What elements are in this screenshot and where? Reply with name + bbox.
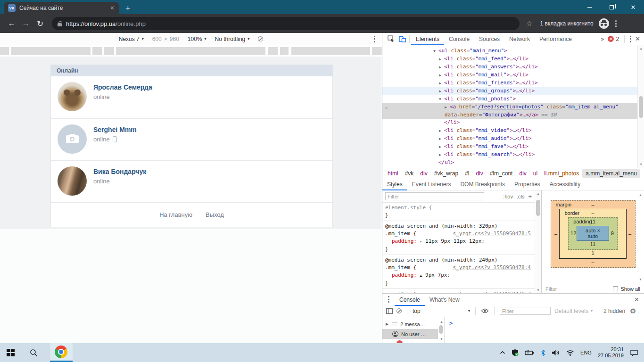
rule-selector-line[interactable]: .mm_item {s_yzgt.css?v=1558950478:5 (385, 230, 532, 238)
browser-tab[interactable]: VK Сейчас на сайте ✕ (4, 2, 119, 14)
menu-item-placeholder[interactable] (268, 47, 278, 55)
viewport-height[interactable]: 960 (170, 36, 179, 42)
wifi-icon[interactable] (566, 350, 574, 356)
border-left-value[interactable]: – (561, 230, 568, 236)
viewport-size[interactable]: 600×960 (152, 36, 179, 42)
console-filter-input[interactable] (500, 307, 551, 315)
scroll-up-icon[interactable]: ▲ (639, 193, 642, 197)
tab-network[interactable]: Network (504, 33, 535, 45)
avatar[interactable] (58, 166, 87, 196)
user-row[interactable]: Ярослав Семердаonline (51, 76, 332, 118)
bookmark-star-icon[interactable]: ☆ (526, 19, 532, 28)
expand-arrow-icon[interactable]: ▶ (439, 56, 444, 63)
menu-item-placeholder[interactable] (11, 47, 91, 55)
dom-tree-node[interactable]: ▼<li class="mmi_photos"> (382, 95, 644, 103)
start-button[interactable] (7, 349, 15, 357)
scroll-up-icon[interactable]: ▲ (438, 320, 445, 323)
power-battery-icon[interactable] (525, 350, 535, 356)
margin-right-value[interactable]: – (627, 231, 634, 237)
padding-left-value[interactable]: 12 (570, 230, 577, 236)
new-style-rule-button[interactable]: + (528, 193, 532, 200)
breadcrumb-item[interactable]: html (384, 169, 402, 178)
styles-scrollbar[interactable]: ▲ ▼ (535, 190, 541, 293)
breadcrumb-item[interactable]: div (472, 169, 486, 178)
expand-arrow-icon[interactable]: ▶ (439, 88, 444, 95)
scroll-down-icon[interactable]: ▼ (638, 163, 644, 166)
error-counter[interactable]: ✕ 2 (608, 36, 619, 42)
menu-item-placeholder[interactable] (280, 47, 289, 55)
collapse-arrow-icon[interactable]: ▼ (439, 96, 444, 103)
taskbar-clock[interactable]: 20:31 27.05.2019 (598, 346, 624, 359)
forward-button[interactable]: → (19, 19, 33, 28)
tab-styles[interactable]: Styles (382, 178, 407, 190)
dom-tree-node[interactable]: ▶<li class="mmi_mail">…</li> (382, 71, 644, 79)
breadcrumb-item[interactable]: ul (530, 169, 541, 178)
clear-console-icon[interactable] (396, 308, 402, 313)
border-right-value[interactable]: – (618, 230, 625, 236)
dom-tree-node[interactable]: </li> (382, 119, 644, 127)
console-sidebar-item[interactable]: ▶2 messa… (382, 319, 438, 329)
scroll-up-icon[interactable]: ▲ (535, 192, 541, 195)
menu-item-placeholder[interactable] (372, 47, 382, 55)
tab-close-icon[interactable]: ✕ (110, 5, 115, 11)
computed-filter-label[interactable]: Filter (545, 286, 557, 292)
expand-arrow-icon[interactable]: ▶ (439, 72, 444, 79)
minimize-button[interactable] (579, 0, 601, 14)
drawer-close-icon[interactable]: ✕ (634, 296, 644, 303)
margin-top-value[interactable]: – (591, 202, 594, 207)
device-select[interactable]: Nexus 7▾ (119, 36, 144, 42)
language-indicator[interactable]: ENG (580, 350, 592, 355)
dom-tree-node[interactable]: ▶<li class="mmi_audio">…</li> (382, 135, 644, 143)
dom-tree-node[interactable]: ▶<li class="mmi_fave">…</li> (382, 143, 644, 151)
user-row[interactable]: Serghei Mmmonline (51, 118, 332, 160)
expand-arrow-icon[interactable]: ▶ (445, 104, 450, 111)
expand-arrow-icon[interactable]: ▶ (433, 167, 438, 168)
breadcrumb-item[interactable]: div (417, 169, 430, 178)
expand-arrow-icon[interactable]: ▶ (439, 80, 444, 87)
border-top-value[interactable]: – (591, 210, 594, 216)
expand-arrow-icon[interactable]: ▶ (439, 143, 444, 151)
more-tabs-icon[interactable]: » (601, 35, 604, 42)
device-toolbar-menu-icon[interactable] (374, 36, 375, 42)
menu-item-placeholder[interactable] (116, 47, 265, 55)
tab-dom-breakpoints[interactable]: DOM Breakpoints (455, 178, 510, 190)
menu-item-placeholder[interactable] (92, 47, 102, 55)
expand-arrow-icon[interactable]: ▶ (386, 322, 389, 326)
taskbar-search-button[interactable] (30, 349, 38, 357)
dom-tree-node[interactable]: ▶<div id="lm_player" class="lm_player">…… (382, 167, 644, 168)
scroll-down-icon[interactable]: ▼ (639, 278, 642, 281)
zoom-select[interactable]: 100%▾ (188, 36, 206, 42)
devtools-menu-icon[interactable] (630, 36, 631, 42)
expand-arrow-icon[interactable]: ▶ (439, 127, 444, 135)
elements-scrollbar[interactable]: ▲▼ (637, 45, 644, 168)
margin-left-value[interactable]: – (553, 231, 560, 237)
menu-item-placeholder[interactable] (0, 47, 9, 55)
dom-tree-node[interactable]: …▶<a href="/feed?section=photos" class="… (382, 103, 644, 119)
dom-tree-node[interactable]: </ul> (382, 159, 644, 167)
devtools-close-icon[interactable]: ✕ (635, 35, 640, 42)
breadcrumb-item[interactable]: #lm_cont (487, 169, 516, 178)
drawer-menu-icon[interactable] (382, 296, 395, 303)
scrollbar-thumb[interactable] (439, 325, 443, 334)
inspect-element-icon[interactable] (385, 35, 396, 42)
execution-context-select[interactable]: top▾ (413, 308, 470, 314)
console-prompt-icon[interactable]: > (449, 320, 453, 327)
restore-button[interactable] (601, 0, 622, 14)
expand-arrow-icon[interactable]: ▶ (439, 64, 444, 71)
dom-tree-node[interactable]: ▼<ul class="main_menu"> (382, 47, 644, 55)
back-button[interactable]: ← (5, 19, 19, 28)
tab-properties[interactable]: Properties (510, 178, 545, 190)
home-link[interactable]: На главную (159, 211, 192, 218)
dom-tree-node[interactable]: ▶<li class="mmi_feed">…</li> (382, 55, 644, 63)
hov-toggle[interactable]: :hov (503, 194, 513, 199)
rule-selector-line[interactable]: .mm_item {s_yzgt.css?v=1558950478:4 (385, 264, 532, 272)
new-tab-button[interactable]: + (125, 4, 131, 13)
node-gutter-menu-icon[interactable]: … (385, 103, 388, 111)
padding-bottom-value[interactable]: 11 (570, 241, 615, 248)
box-model-margin[interactable]: margin– – border– – padding11 (551, 200, 636, 268)
breadcrumb-item[interactable]: div (516, 169, 529, 178)
css-property[interactable]: padding: ▸ 9px 7px; (385, 272, 532, 280)
throttling-select[interactable]: No throttling▾ (215, 36, 250, 42)
tab-console[interactable]: Console (395, 294, 425, 306)
stylesheet-source-link[interactable]: s_yzgt.css?v=1558950478:4 (453, 264, 531, 272)
